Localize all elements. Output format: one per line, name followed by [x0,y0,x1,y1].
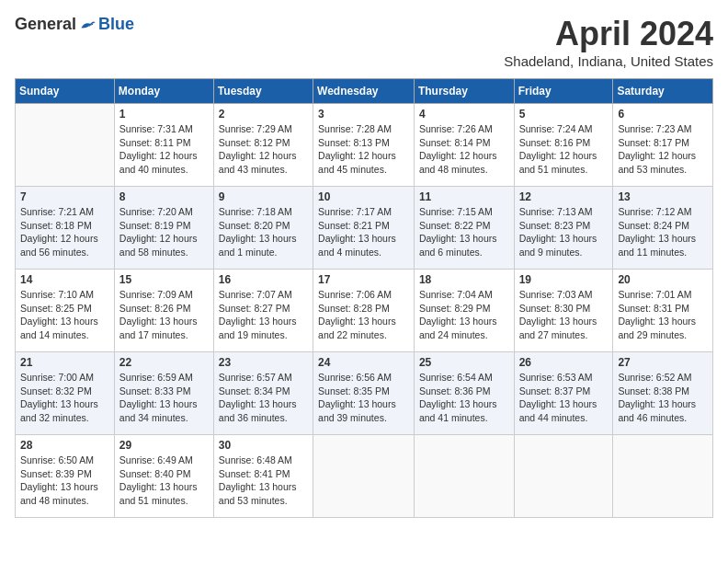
calendar-cell: 1Sunrise: 7:31 AM Sunset: 8:11 PM Daylig… [114,104,213,187]
calendar-cell: 24Sunrise: 6:56 AM Sunset: 8:35 PM Dayli… [313,352,415,435]
calendar-cell: 18Sunrise: 7:04 AM Sunset: 8:29 PM Dayli… [414,270,514,352]
page-header: General Blue April 2024 Shadeland, India… [15,15,713,69]
day-info: Sunrise: 6:54 AM Sunset: 8:36 PM Dayligh… [419,371,509,425]
day-info: Sunrise: 7:31 AM Sunset: 8:11 PM Dayligh… [119,122,209,177]
day-info: Sunrise: 7:28 AM Sunset: 8:13 PM Dayligh… [318,122,409,177]
calendar-day-header: Sunday [16,79,115,104]
calendar-cell: 23Sunrise: 6:57 AM Sunset: 8:34 PM Dayli… [213,352,313,435]
day-info: Sunrise: 7:12 AM Sunset: 8:24 PM Dayligh… [618,205,708,259]
day-number: 25 [419,356,509,369]
calendar-cell [613,435,713,518]
day-number: 8 [119,190,209,203]
calendar-cell: 9Sunrise: 7:18 AM Sunset: 8:20 PM Daylig… [213,187,313,270]
calendar-cell: 22Sunrise: 6:59 AM Sunset: 8:33 PM Dayli… [114,352,213,435]
day-info: Sunrise: 7:00 AM Sunset: 8:32 PM Dayligh… [20,371,109,425]
calendar-cell: 2Sunrise: 7:29 AM Sunset: 8:12 PM Daylig… [213,104,313,187]
calendar-cell: 13Sunrise: 7:12 AM Sunset: 8:24 PM Dayli… [613,187,713,270]
day-info: Sunrise: 6:49 AM Sunset: 8:40 PM Dayligh… [119,454,209,508]
day-number: 28 [20,439,109,452]
logo-blue: Blue [98,15,134,34]
calendar-cell: 11Sunrise: 7:15 AM Sunset: 8:22 PM Dayli… [414,187,514,270]
calendar-cell [313,435,415,518]
day-number: 11 [419,190,509,203]
day-number: 14 [20,273,109,286]
calendar-cell: 8Sunrise: 7:20 AM Sunset: 8:19 PM Daylig… [114,187,213,270]
day-info: Sunrise: 7:04 AM Sunset: 8:29 PM Dayligh… [419,288,509,342]
calendar-day-header: Wednesday [313,79,415,104]
day-info: Sunrise: 6:53 AM Sunset: 8:37 PM Dayligh… [519,371,609,425]
day-number: 29 [119,439,209,452]
day-info: Sunrise: 7:06 AM Sunset: 8:28 PM Dayligh… [318,288,409,342]
calendar-cell: 26Sunrise: 6:53 AM Sunset: 8:37 PM Dayli… [514,352,613,435]
day-number: 15 [119,273,209,286]
calendar-week-row: 7Sunrise: 7:21 AM Sunset: 8:18 PM Daylig… [16,187,713,270]
day-number: 21 [20,356,109,369]
calendar-cell: 6Sunrise: 7:23 AM Sunset: 8:17 PM Daylig… [613,104,713,187]
day-info: Sunrise: 7:29 AM Sunset: 8:12 PM Dayligh… [219,122,308,177]
day-number: 10 [318,190,409,203]
calendar-day-header: Friday [514,79,613,104]
day-info: Sunrise: 7:24 AM Sunset: 8:16 PM Dayligh… [519,122,609,177]
calendar-day-header: Saturday [613,79,713,104]
day-info: Sunrise: 7:26 AM Sunset: 8:14 PM Dayligh… [419,122,509,177]
day-number: 3 [318,108,409,121]
calendar-cell: 14Sunrise: 7:10 AM Sunset: 8:25 PM Dayli… [16,270,115,352]
day-number: 6 [618,108,708,121]
calendar-week-row: 28Sunrise: 6:50 AM Sunset: 8:39 PM Dayli… [16,435,713,518]
day-number: 27 [618,356,708,369]
calendar-cell: 15Sunrise: 7:09 AM Sunset: 8:26 PM Dayli… [114,270,213,352]
day-info: Sunrise: 7:03 AM Sunset: 8:30 PM Dayligh… [519,288,609,342]
calendar-week-row: 21Sunrise: 7:00 AM Sunset: 8:32 PM Dayli… [16,352,713,435]
calendar-cell: 17Sunrise: 7:06 AM Sunset: 8:28 PM Dayli… [313,270,415,352]
location: Shadeland, Indiana, United States [504,53,713,69]
calendar-header-row: SundayMondayTuesdayWednesdayThursdayFrid… [16,79,713,104]
title-section: April 2024 Shadeland, Indiana, United St… [504,15,713,69]
day-number: 16 [219,273,308,286]
day-number: 17 [318,273,409,286]
day-info: Sunrise: 7:20 AM Sunset: 8:19 PM Dayligh… [119,205,209,259]
calendar-week-row: 14Sunrise: 7:10 AM Sunset: 8:25 PM Dayli… [16,270,713,352]
day-info: Sunrise: 7:09 AM Sunset: 8:26 PM Dayligh… [119,288,209,342]
day-info: Sunrise: 7:17 AM Sunset: 8:21 PM Dayligh… [318,205,409,259]
day-number: 20 [618,273,708,286]
logo-bird-icon [78,16,97,34]
day-info: Sunrise: 6:48 AM Sunset: 8:41 PM Dayligh… [219,454,308,508]
calendar-cell: 12Sunrise: 7:13 AM Sunset: 8:23 PM Dayli… [514,187,613,270]
calendar-cell: 20Sunrise: 7:01 AM Sunset: 8:31 PM Dayli… [613,270,713,352]
calendar-cell: 19Sunrise: 7:03 AM Sunset: 8:30 PM Dayli… [514,270,613,352]
day-number: 24 [318,356,409,369]
calendar-cell: 10Sunrise: 7:17 AM Sunset: 8:21 PM Dayli… [313,187,415,270]
day-number: 19 [519,273,609,286]
day-number: 13 [618,190,708,203]
day-info: Sunrise: 7:10 AM Sunset: 8:25 PM Dayligh… [20,288,109,342]
day-info: Sunrise: 6:57 AM Sunset: 8:34 PM Dayligh… [219,371,308,425]
calendar-cell: 3Sunrise: 7:28 AM Sunset: 8:13 PM Daylig… [313,104,415,187]
calendar-table: SundayMondayTuesdayWednesdayThursdayFrid… [15,78,713,518]
calendar-week-row: 1Sunrise: 7:31 AM Sunset: 8:11 PM Daylig… [16,104,713,187]
month-title: April 2024 [504,15,713,53]
day-number: 4 [419,108,509,121]
day-number: 5 [519,108,609,121]
calendar-cell: 16Sunrise: 7:07 AM Sunset: 8:27 PM Dayli… [213,270,313,352]
calendar-cell: 25Sunrise: 6:54 AM Sunset: 8:36 PM Dayli… [414,352,514,435]
calendar-cell: 28Sunrise: 6:50 AM Sunset: 8:39 PM Dayli… [16,435,115,518]
day-number: 22 [119,356,209,369]
day-number: 2 [219,108,308,121]
day-number: 18 [419,273,509,286]
calendar-cell: 5Sunrise: 7:24 AM Sunset: 8:16 PM Daylig… [514,104,613,187]
day-number: 30 [219,439,308,452]
day-number: 12 [519,190,609,203]
calendar-cell: 30Sunrise: 6:48 AM Sunset: 8:41 PM Dayli… [213,435,313,518]
day-info: Sunrise: 7:21 AM Sunset: 8:18 PM Dayligh… [20,205,109,259]
day-info: Sunrise: 7:18 AM Sunset: 8:20 PM Dayligh… [219,205,308,259]
logo: General Blue [15,15,134,34]
day-info: Sunrise: 7:01 AM Sunset: 8:31 PM Dayligh… [618,288,708,342]
calendar-cell: 4Sunrise: 7:26 AM Sunset: 8:14 PM Daylig… [414,104,514,187]
logo-general: General [15,15,76,34]
day-info: Sunrise: 7:07 AM Sunset: 8:27 PM Dayligh… [219,288,308,342]
calendar-day-header: Monday [114,79,213,104]
calendar-cell: 7Sunrise: 7:21 AM Sunset: 8:18 PM Daylig… [16,187,115,270]
calendar-cell: 27Sunrise: 6:52 AM Sunset: 8:38 PM Dayli… [613,352,713,435]
day-info: Sunrise: 7:15 AM Sunset: 8:22 PM Dayligh… [419,205,509,259]
day-number: 1 [119,108,209,121]
